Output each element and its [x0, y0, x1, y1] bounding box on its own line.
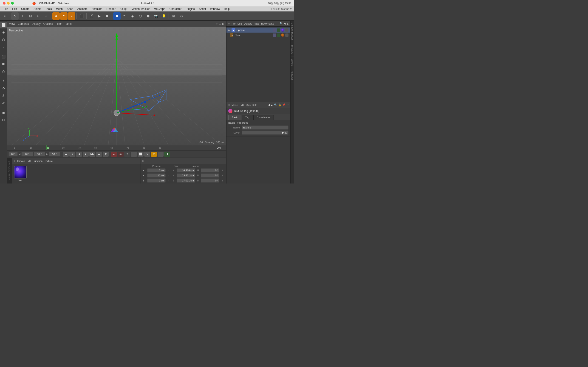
close-button[interactable] [3, 2, 6, 5]
auto-key-button[interactable]: ↻ [144, 152, 150, 157]
cube-3d-button[interactable]: ◼ [113, 12, 121, 20]
menu-mesh[interactable]: Mesh [54, 7, 64, 11]
record-help-button[interactable]: ? [124, 152, 130, 157]
x-axis-button[interactable]: X [52, 12, 60, 20]
sphere-texture-tag[interactable] [281, 28, 284, 32]
edit-menu[interactable]: Edit [27, 160, 31, 162]
texture-menu[interactable]: Texture [44, 160, 52, 162]
film-button[interactable]: 🎬 [88, 12, 95, 20]
record-pos-button[interactable]: ● [111, 152, 117, 157]
menu-character[interactable]: Character [168, 7, 183, 11]
app-name[interactable]: CINEMA 4D [39, 2, 55, 5]
loop-icon[interactable]: ◎ [0, 68, 7, 75]
move-tool-button[interactable]: ✛ [19, 12, 26, 20]
apple-menu[interactable]: 🍎 [32, 2, 36, 5]
minimize-button[interactable] [7, 2, 10, 5]
objects-menu[interactable]: Objects [244, 22, 252, 25]
record-rot-button[interactable]: ◎ [118, 152, 124, 157]
material-item[interactable]: Mat [14, 166, 27, 181]
view-menu[interactable]: View [9, 22, 15, 25]
z-size-input[interactable] [177, 178, 195, 183]
structure-tab[interactable]: Structure [291, 42, 294, 57]
p-rot-input[interactable] [201, 173, 219, 177]
attr-lock[interactable]: 🔒 [278, 103, 281, 106]
attr-nav-fwd[interactable]: ▲ [271, 103, 273, 106]
menu-snap[interactable]: Snap [65, 7, 75, 11]
edit-menu[interactable]: Edit [237, 22, 242, 25]
knife-icon[interactable]: / [0, 77, 7, 84]
menu-edit[interactable]: Edit [10, 7, 19, 11]
spline-button[interactable]: 〜 [121, 12, 128, 20]
y-pos-input[interactable] [147, 173, 166, 177]
layout-value[interactable]: Startup [281, 8, 289, 10]
attr-more[interactable]: ⋯ [286, 103, 289, 106]
current-frame[interactable] [21, 152, 33, 156]
b-rot-arrows[interactable]: ⇕ [221, 179, 225, 182]
h-rot-input[interactable] [201, 168, 219, 173]
menu-window[interactable]: Window [208, 7, 222, 11]
orange-record-button[interactable]: P [151, 152, 157, 157]
x-pos-input[interactable] [147, 168, 166, 173]
tab-tag[interactable]: Tag [242, 115, 253, 120]
edit-menu[interactable]: Edit [240, 104, 244, 106]
name-input[interactable] [243, 126, 287, 129]
layer-icon[interactable]: ⊟ [0, 117, 7, 123]
select-tool-button[interactable]: ↖ [11, 12, 19, 20]
plane-tag-2[interactable] [277, 33, 280, 37]
menu-create[interactable]: Create [19, 7, 31, 11]
tags-menu[interactable]: Tags [254, 22, 259, 25]
bookmarks-menu[interactable]: Bookmarks [261, 22, 274, 25]
y-axis-button[interactable]: Y [60, 12, 68, 20]
timeline-ruler[interactable]: 0 10 20 30 40 50 60 70 80 90 20 F [7, 145, 226, 150]
display-menu[interactable]: Display [32, 22, 40, 25]
menu-plugins[interactable]: Plugins [184, 7, 196, 11]
cube-button[interactable]: ⬛ [78, 12, 85, 20]
object-row-sphere[interactable]: ▶ ● Sphere [226, 27, 290, 33]
viewport-icon-2[interactable]: ⊡ [219, 22, 221, 25]
menu-tools[interactable]: Tools [43, 7, 53, 11]
playhead[interactable] [46, 145, 47, 150]
sphere-tag-2[interactable] [277, 28, 280, 32]
scene-button[interactable]: ⬢ [145, 12, 152, 20]
menu-mograph[interactable]: MoGraph [152, 7, 167, 11]
p-rot-arrows[interactable]: ⇕ [221, 174, 225, 177]
key-button[interactable]: ⬜ [138, 152, 144, 157]
attributes-tab[interactable]: Attributes [291, 68, 294, 83]
end-frame2[interactable] [49, 152, 61, 156]
sphere-expand-icon[interactable]: ▶ [228, 29, 230, 31]
nav-up-icon[interactable]: ▲ [286, 22, 289, 25]
scale-tool-button[interactable]: ⊡ [27, 12, 34, 20]
light-button[interactable]: 💡 [160, 12, 167, 20]
attr-search[interactable]: 🔍 [274, 103, 277, 106]
menu-motion-tracker[interactable]: Motion Tracker [130, 7, 151, 11]
file-menu[interactable]: File [232, 22, 236, 25]
loop-button[interactable]: ↻ [103, 152, 109, 157]
object-row-plane[interactable]: ▭ Plane [226, 33, 290, 38]
layout-dropdown-icon[interactable]: ▼ [290, 8, 292, 10]
play-button[interactable]: ▶ [95, 12, 103, 20]
goto-end-button[interactable]: ⏭ [96, 152, 102, 157]
plane-tag-4[interactable] [285, 33, 288, 37]
menu-render[interactable]: Render [105, 7, 117, 11]
point-mode-icon[interactable]: ◦ [0, 44, 7, 50]
menu-select[interactable]: Select [32, 7, 43, 11]
menu-sculpt[interactable]: Sculpt [118, 7, 129, 11]
b-rot-input[interactable] [201, 178, 219, 183]
material-icon[interactable]: ◉ [0, 109, 7, 116]
nav-back-icon[interactable]: ◀ [284, 22, 285, 25]
user-data-menu[interactable]: User Data [246, 104, 258, 106]
undo-button[interactable]: ↩ [1, 12, 9, 20]
z-axis-button[interactable]: Z [68, 12, 75, 20]
options-menu[interactable]: Options [43, 22, 53, 25]
plane-texture-tag[interactable] [281, 33, 284, 37]
attr-nav-back[interactable]: ◀ [268, 103, 270, 106]
z-pos-arrows[interactable]: ⇕ [167, 179, 171, 182]
render-view-button[interactable]: ⊞ [170, 12, 177, 20]
play-button[interactable]: ▶ [83, 152, 89, 157]
menu-simulate[interactable]: Simulate [90, 7, 104, 11]
viewport-canvas[interactable]: Perspective [7, 27, 226, 145]
nurbs-button[interactable]: ◈ [129, 12, 136, 20]
window-menu[interactable]: Window [58, 2, 69, 5]
transform-record-button[interactable]: ✛ [131, 152, 137, 157]
layers-tab[interactable]: Layers [291, 57, 294, 68]
